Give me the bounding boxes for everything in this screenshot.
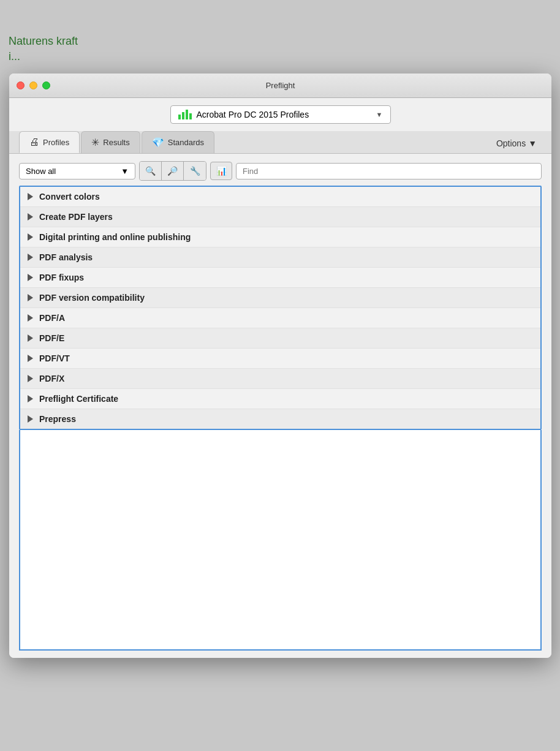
expand-triangle [28, 375, 33, 382]
tab-profiles[interactable]: 🖨 Profiles [19, 131, 80, 153]
results-tab-label: Results [103, 138, 129, 147]
expand-triangle [28, 294, 33, 301]
profiles-tab-icon: 🖨 [29, 137, 39, 148]
filter-toolbar: Show all ▼ 🔍 🔎 🔧 📊 [19, 161, 542, 181]
wrench-icon-button[interactable]: 🔧 [184, 162, 206, 180]
inspect-icon-button[interactable]: 🔍 [140, 162, 162, 180]
list-item-label: Convert colors [39, 192, 100, 202]
list-item-label: Create PDF layers [39, 212, 113, 222]
list-item[interactable]: PDF version compatibility [20, 288, 540, 308]
barchart-icon: 📊 [216, 166, 227, 176]
list-item[interactable]: PDF/E [20, 328, 540, 349]
expand-triangle [28, 213, 33, 221]
window-title: Preflight [266, 81, 295, 90]
expand-triangle [28, 334, 33, 342]
expand-triangle [28, 355, 33, 362]
options-button[interactable]: Options ▼ [491, 134, 542, 153]
show-all-label: Show all [26, 167, 56, 176]
list-item[interactable]: Digital printing and online publishing [20, 227, 540, 247]
close-button[interactable] [17, 81, 25, 89]
toolbar-icon-group: 🔍 🔎 🔧 [139, 161, 206, 181]
list-item[interactable]: Preflight Certificate [20, 389, 540, 409]
search-icon: 🔎 [167, 166, 178, 176]
profile-dropdown[interactable]: Acrobat Pro DC 2015 Profiles ▼ [170, 105, 391, 124]
options-label: Options [496, 138, 526, 148]
search-icon-button[interactable]: 🔎 [162, 162, 184, 180]
list-item[interactable]: PDF analysis [20, 247, 540, 268]
expand-triangle [28, 314, 33, 322]
list-item-label: PDF version compatibility [39, 293, 145, 303]
list-item[interactable]: PDF/VT [20, 349, 540, 369]
empty-area [19, 430, 542, 651]
dropdown-area: Acrobat Pro DC 2015 Profiles ▼ [9, 98, 551, 131]
bar-chart-icon [178, 110, 192, 119]
expand-triangle [28, 254, 33, 261]
options-arrow: ▼ [528, 138, 537, 148]
list-item-label: PDF/E [39, 333, 64, 343]
list-item[interactable]: PDF fixups [20, 268, 540, 288]
title-bar: Preflight [9, 74, 551, 98]
list-item-label: Digital printing and online publishing [39, 232, 191, 242]
expand-triangle [28, 395, 33, 402]
wrench-icon: 🔧 [190, 166, 200, 176]
preflight-dialog: Preflight Acrobat Pro DC 2015 Profiles ▼… [9, 74, 551, 658]
bar-chart-button[interactable]: 📊 [210, 162, 232, 180]
content-area: Show all ▼ 🔍 🔎 🔧 📊 Convert [9, 154, 551, 658]
dropdown-arrow: ▼ [376, 111, 383, 118]
show-all-arrow: ▼ [121, 167, 129, 176]
standards-tab-label: Standards [168, 138, 204, 147]
list-item[interactable]: Create PDF layers [20, 207, 540, 227]
profiles-tab-label: Profiles [43, 138, 69, 147]
list-item-label: PDF/X [39, 374, 64, 383]
expand-triangle [28, 193, 33, 200]
show-all-dropdown[interactable]: Show all ▼ [19, 163, 135, 179]
profiles-list: Convert colorsCreate PDF layersDigital p… [19, 186, 542, 430]
list-item[interactable]: Prepress [20, 409, 540, 429]
results-tab-icon: ✳ [91, 137, 99, 148]
find-input[interactable] [236, 163, 542, 179]
minimize-button[interactable] [29, 81, 37, 89]
list-item[interactable]: PDF/X [20, 369, 540, 389]
list-item-label: PDF analysis [39, 252, 93, 262]
maximize-button[interactable] [42, 81, 50, 89]
dropdown-left: Acrobat Pro DC 2015 Profiles [178, 110, 309, 119]
inspect-icon: 🔍 [145, 166, 156, 176]
expand-triangle [28, 274, 33, 281]
tab-results[interactable]: ✳ Results [81, 131, 140, 153]
expand-triangle [28, 415, 33, 423]
list-item-label: PDF fixups [39, 273, 84, 282]
list-item-label: PDF/A [39, 313, 65, 323]
list-item[interactable]: Convert colors [20, 187, 540, 207]
standards-tab-icon: 💎 [152, 137, 164, 148]
list-item-label: PDF/VT [39, 353, 70, 363]
tab-standards[interactable]: 💎 Standards [142, 131, 214, 153]
window-controls [17, 81, 50, 89]
list-item[interactable]: PDF/A [20, 308, 540, 328]
dropdown-label: Acrobat Pro DC 2015 Profiles [197, 110, 309, 119]
list-item-label: Prepress [39, 414, 76, 424]
expand-triangle [28, 233, 33, 241]
list-item-label: Preflight Certificate [39, 394, 118, 404]
tabs-area: 🖨 Profiles ✳ Results 💎 Standards Options… [9, 131, 551, 154]
background-text: Naturens kraft i... [9, 34, 78, 64]
